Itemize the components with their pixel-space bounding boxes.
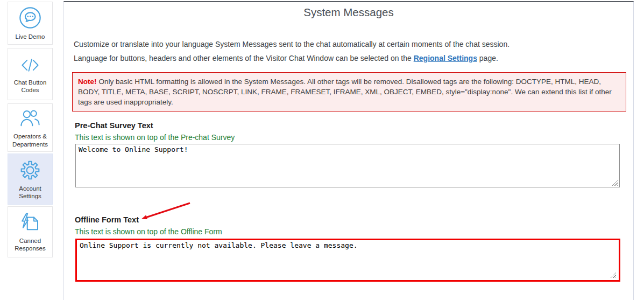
prechat-textarea[interactable]: Welcome to Online Support!: [75, 144, 620, 187]
sidebar-item-label: Live Demo: [14, 33, 47, 40]
sidebar-item-label: Account Settings: [8, 185, 52, 200]
sidebar-item-label: Chat Button Codes: [8, 79, 52, 94]
intro-paragraph: Customize or translate into your languag…: [74, 40, 509, 48]
page-title: System Messages: [63, 6, 634, 19]
sidebar-item-label: Canned Responses: [8, 237, 52, 253]
regional-settings-link[interactable]: Regional Settings: [414, 54, 477, 62]
offline-textarea[interactable]: Online Support is currently not availabl…: [75, 239, 620, 282]
code-icon: [18, 54, 42, 76]
gear-icon: [18, 158, 42, 182]
people-icon: [18, 107, 43, 130]
regional-text-before: Language for buttons, headers and other …: [74, 54, 414, 62]
chat-bubble-icon: [18, 5, 43, 30]
sidebar-item-canned-responses[interactable]: Canned Responses: [8, 206, 53, 257]
sidebar-item-account-settings[interactable]: Account Settings: [8, 154, 53, 205]
sidebar-item-operators-departments[interactable]: Operators & Departments: [8, 103, 53, 152]
offline-heading: Offline Form Text: [75, 215, 139, 224]
annotation-arrow-icon: [138, 199, 193, 223]
sidebar-item-label: Operators & Departments: [8, 132, 52, 148]
lightning-document-icon: [18, 212, 42, 234]
sidebar-item-live-demo[interactable]: Live Demo: [8, 2, 53, 45]
regional-text-after: page.: [477, 54, 498, 62]
prechat-heading: Pre-Chat Survey Text: [75, 121, 153, 130]
html-note-box: Note!Only basic HTML formatting is allow…: [72, 72, 626, 111]
prechat-description: This text is shown on top of the Pre-cha…: [75, 133, 235, 142]
sidebar-item-chat-button-codes[interactable]: Chat Button Codes: [8, 48, 53, 100]
note-text: Only basic HTML formatting is allowed in…: [78, 78, 612, 106]
note-label: Note!: [78, 78, 97, 86]
offline-description: This text is shown on top of the Offline…: [75, 227, 222, 236]
regional-settings-paragraph: Language for buttons, headers and other …: [74, 54, 498, 62]
